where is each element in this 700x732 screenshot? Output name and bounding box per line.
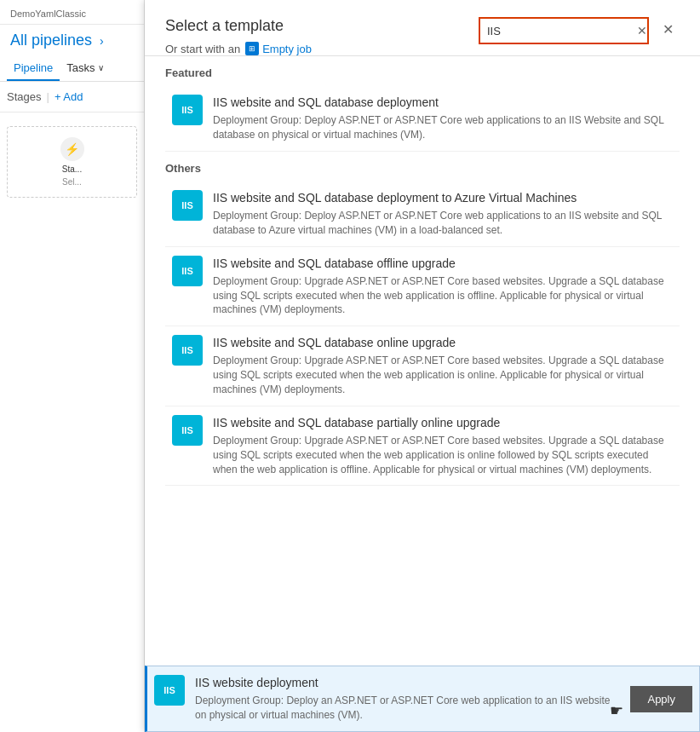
add-stage-button[interactable]: + Add [55, 90, 83, 103]
close-button[interactable]: ✕ [656, 17, 680, 41]
featured-template-0[interactable]: IIS IIS website and SQL database deploym… [165, 86, 680, 152]
modal-title: Select a template [165, 17, 479, 35]
template-content-featured-0: IIS website and SQL database deployment … [213, 95, 673, 142]
other-template-2[interactable]: IIS IIS website and SQL database online … [165, 326, 680, 406]
tab-tasks[interactable]: Tasks ∨ [60, 56, 110, 81]
template-name-featured-0: IIS website and SQL database deployment [213, 95, 673, 110]
search-box[interactable]: ✕ [479, 17, 649, 44]
featured-header: Featured [165, 56, 680, 86]
template-name-other-2: IIS website and SQL database online upgr… [213, 335, 673, 350]
template-name-other-3: IIS website and SQL database partially o… [213, 415, 673, 430]
all-pipelines-title: All pipelines › [0, 25, 144, 53]
stage-box[interactable]: ⚡ Sta... Sel... [7, 126, 137, 198]
template-desc-other-2: Deployment Group: Upgrade ASP.NET or ASP… [213, 354, 673, 396]
search-input[interactable] [480, 20, 637, 42]
template-content-other-2: IIS website and SQL database online upgr… [213, 335, 673, 397]
modal-body: Featured IIS IIS website and SQL databas… [145, 56, 700, 666]
apply-button[interactable]: Apply [630, 686, 692, 712]
modal-title-area: Select a template Or start with an ⊞ Emp… [165, 17, 479, 55]
sidebar-tabs: Pipeline Tasks ∨ [0, 56, 144, 82]
search-clear-button[interactable]: ✕ [637, 19, 647, 43]
selected-template-desc: Deployment Group: Deploy an ASP.NET or A… [195, 694, 620, 723]
stage-name: Sta... [62, 164, 82, 174]
sidebar: DemoYamlClassic All pipelines › Pipeline… [0, 0, 145, 732]
template-desc-other-3: Deployment Group: Upgrade ASP.NET or ASP… [213, 434, 673, 476]
template-desc-other-0: Deployment Group: Deploy ASP.NET or ASP.… [213, 209, 673, 238]
others-header: Others [165, 152, 680, 182]
template-desc-featured-0: Deployment Group: Deploy ASP.NET or ASP.… [213, 113, 673, 142]
modal-subtitle: Or start with an ⊞ Empty job [165, 42, 479, 55]
stages-bar: Stages | + Add [0, 82, 144, 112]
iis-badge-featured-0: IIS [172, 95, 203, 125]
iis-badge-other-2: IIS [172, 335, 203, 366]
template-name-other-1: IIS website and SQL database offline upg… [213, 256, 673, 271]
selected-template-content: IIS website deployment Deployment Group:… [195, 675, 620, 723]
iis-badge-selected: IIS [154, 675, 185, 706]
template-content-other-1: IIS website and SQL database offline upg… [213, 256, 673, 318]
stage-sub: Sel... [62, 177, 82, 187]
tab-pipeline[interactable]: Pipeline [7, 56, 60, 81]
iis-badge-other-3: IIS [172, 415, 203, 446]
project-name: DemoYamlClassic [0, 0, 144, 25]
cursor-indicator: ☛ [610, 701, 623, 720]
template-content-other-0: IIS website and SQL database deployment … [213, 190, 673, 238]
iis-badge-other-1: IIS [172, 256, 203, 286]
selected-template-name: IIS website deployment [195, 675, 620, 690]
template-name-other-0: IIS website and SQL database deployment … [213, 190, 673, 205]
other-template-1[interactable]: IIS IIS website and SQL database offline… [165, 247, 680, 327]
template-modal: Select a template Or start with an ⊞ Emp… [145, 0, 700, 732]
stage-icon: ⚡ [60, 137, 84, 161]
other-template-3[interactable]: IIS IIS website and SQL database partial… [165, 406, 680, 487]
template-content-other-3: IIS website and SQL database partially o… [213, 415, 673, 477]
modal-header: Select a template Or start with an ⊞ Emp… [145, 0, 700, 55]
selected-template-row: IIS IIS website deployment Deployment Gr… [145, 666, 700, 732]
empty-job-link[interactable]: ⊞ Empty job [245, 42, 312, 55]
other-template-0[interactable]: IIS IIS website and SQL database deploym… [165, 182, 680, 247]
iis-badge-other-0: IIS [172, 190, 203, 221]
empty-job-icon: ⊞ [245, 42, 259, 55]
template-desc-other-1: Deployment Group: Upgrade ASP.NET or ASP… [213, 274, 673, 317]
